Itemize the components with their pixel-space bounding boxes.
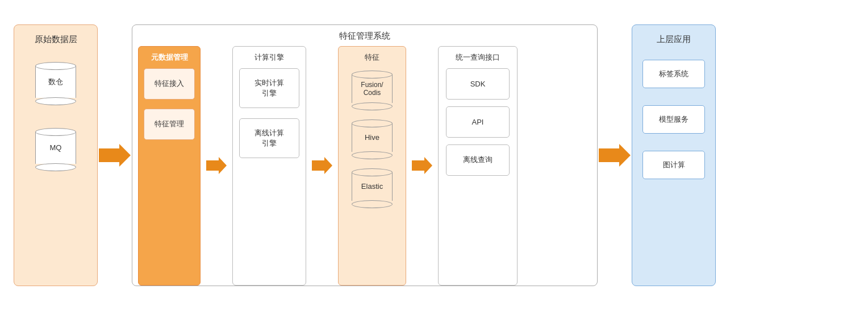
arrow-1 <box>98 144 132 167</box>
arrow-svg-1 <box>99 144 131 167</box>
raw-data-layer: 原始数据层 数仓 MQ <box>14 24 98 286</box>
upper-app-title: 上层应用 <box>657 34 691 45</box>
label-system-box: 标签系统 <box>642 60 705 88</box>
svg-marker-1 <box>206 157 227 174</box>
hive-cyl-bottom <box>352 151 393 159</box>
arrow-inner-3 <box>412 46 432 286</box>
svg-marker-0 <box>99 144 131 167</box>
arrow-svg-2 <box>599 144 631 167</box>
inner-arrow-svg-3 <box>412 157 432 174</box>
feature-manage-label: 特征管理 <box>155 119 184 129</box>
hive-cylinder: Hive <box>352 119 393 159</box>
inner-arrow-svg-2 <box>312 157 332 174</box>
mq-cyl-top <box>35 128 76 136</box>
elastic-cyl-bottom <box>352 200 393 208</box>
label-system-label: 标签系统 <box>659 69 688 79</box>
upper-app-items: 标签系统 模型服务 图计算 <box>642 60 705 187</box>
inner-columns: 元数据管理 特征接入 特征管理 计算引擎 实时计算引擎 <box>132 46 597 286</box>
hive-cyl-body: Hive <box>352 123 393 152</box>
svg-marker-3 <box>412 157 432 174</box>
realtime-compute-label: 实时计算引擎 <box>254 78 284 98</box>
fusion-cyl-top <box>352 71 393 78</box>
model-service-box: 模型服务 <box>642 105 705 134</box>
fusion-codis-label: Fusion/Codis <box>361 81 383 97</box>
raw-layer-title: 原始数据层 <box>35 34 77 45</box>
graph-compute-box: 图计算 <box>642 151 705 179</box>
cyl-body-warehouse: 数仓 <box>35 66 76 98</box>
svg-marker-2 <box>312 157 332 174</box>
offline-query-box: 离线查询 <box>446 144 510 176</box>
compute-col: 计算引擎 实时计算引擎 离线计算引擎 <box>232 46 306 286</box>
mq-cyl-body: MQ <box>35 132 76 164</box>
feature-manage-box: 特征管理 <box>144 109 195 140</box>
api-box: API <box>446 106 510 138</box>
api-label: API <box>472 118 484 126</box>
mq-label: MQ <box>50 143 62 152</box>
compute-col-title: 计算引擎 <box>254 52 284 63</box>
inner-arrow-svg-1 <box>206 157 227 174</box>
query-col: 统一查询接口 SDK API 离线查询 <box>438 46 518 286</box>
upper-app-layer: 上层应用 标签系统 模型服务 图计算 <box>632 24 716 286</box>
fusion-cyl-body: Fusion/Codis <box>352 75 393 103</box>
data-warehouse-cylinder: 数仓 <box>35 62 76 105</box>
elastic-cyl-body: Elastic <box>352 172 393 201</box>
feature-access-label: 特征接入 <box>155 78 184 89</box>
mq-cyl-bottom <box>35 163 76 171</box>
offline-compute-box: 离线计算引擎 <box>239 118 299 158</box>
warehouse-label: 数仓 <box>48 77 63 87</box>
arrow-inner-1 <box>206 46 227 286</box>
arrow-inner-2 <box>312 46 332 286</box>
sdk-label: SDK <box>470 80 486 88</box>
fusion-codis-cylinder: Fusion/Codis <box>352 71 393 110</box>
hive-label: Hive <box>365 133 379 142</box>
feature-col-title: 特征 <box>365 52 379 63</box>
realtime-compute-box: 实时计算引擎 <box>239 68 299 108</box>
arrow-2 <box>598 144 632 167</box>
svg-marker-4 <box>599 144 631 167</box>
feature-mgmt-system: 特征管理系统 元数据管理 特征接入 特征管理 计算引擎 <box>132 24 598 286</box>
mq-cylinder: MQ <box>35 128 76 171</box>
cyl-top <box>35 62 76 70</box>
offline-query-label: 离线查询 <box>463 155 493 165</box>
raw-items: 数仓 MQ <box>19 62 93 177</box>
elastic-cylinder: Elastic <box>352 168 393 208</box>
query-col-title: 统一查询接口 <box>456 52 500 63</box>
fusion-cyl-bottom <box>352 102 393 110</box>
feature-items: Fusion/Codis Hive <box>342 71 402 214</box>
graph-compute-label: 图计算 <box>663 160 685 170</box>
architecture-diagram: 原始数据层 数仓 MQ 特征管 <box>14 10 854 300</box>
metadata-col-title: 元数据管理 <box>151 52 188 63</box>
sdk-box: SDK <box>446 68 510 100</box>
feature-col: 特征 Fusion/Codis Hive <box>338 46 406 286</box>
feature-access-box: 特征接入 <box>144 68 195 100</box>
cyl-bottom <box>35 97 76 105</box>
model-service-label: 模型服务 <box>659 114 688 125</box>
elastic-label: Elastic <box>361 182 383 191</box>
metadata-col: 元数据管理 特征接入 特征管理 <box>138 46 201 286</box>
offline-compute-label: 离线计算引擎 <box>254 128 284 148</box>
hive-cyl-top <box>352 119 393 127</box>
elastic-cyl-top <box>352 168 393 176</box>
feature-mgmt-title: 特征管理系统 <box>339 31 390 42</box>
